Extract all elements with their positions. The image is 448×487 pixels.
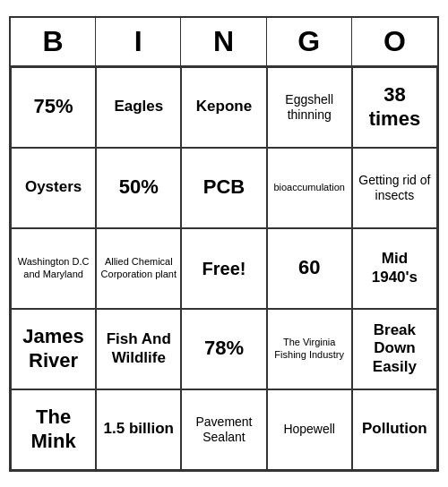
- bingo-cell: Washington D.C and Maryland: [11, 228, 96, 309]
- bingo-cell: 60: [267, 228, 352, 309]
- bingo-cell: The Mink: [11, 389, 96, 470]
- bingo-cell: bioaccumulation: [267, 148, 352, 228]
- bingo-cell: 1.5 billion: [96, 389, 181, 470]
- bingo-card: BINGO 75%EaglesKeponeEggshell thinning38…: [9, 16, 439, 472]
- header-letter: I: [96, 18, 181, 65]
- bingo-cell: Allied Chemical Corporation plant: [96, 228, 181, 309]
- header-letter: B: [11, 18, 96, 65]
- header-letter: O: [352, 18, 437, 65]
- bingo-header: BINGO: [11, 18, 437, 67]
- bingo-cell: Break Down Easily: [352, 309, 437, 389]
- bingo-cell: Free!: [181, 228, 266, 309]
- bingo-cell: Mid 1940's: [352, 228, 437, 309]
- bingo-cell: Getting rid of insects: [352, 148, 437, 228]
- bingo-cell: Kepone: [181, 67, 266, 148]
- bingo-cell: Pavement Sealant: [181, 389, 266, 470]
- bingo-cell: Pollution: [352, 389, 437, 470]
- bingo-cell: The Virginia Fishing Industry: [267, 309, 352, 389]
- bingo-cell: Eggshell thinning: [267, 67, 352, 148]
- bingo-cell: PCB: [181, 148, 266, 228]
- bingo-cell: James River: [11, 309, 96, 389]
- bingo-cell: 78%: [181, 309, 266, 389]
- header-letter: G: [267, 18, 352, 65]
- bingo-cell: 50%: [96, 148, 181, 228]
- header-letter: N: [181, 18, 266, 65]
- bingo-cell: Fish And Wildlife: [96, 309, 181, 389]
- bingo-cell: Oysters: [11, 148, 96, 228]
- bingo-cell: Eagles: [96, 67, 181, 148]
- bingo-cell: 38 times: [352, 67, 437, 148]
- bingo-grid: 75%EaglesKeponeEggshell thinning38 times…: [11, 67, 437, 470]
- bingo-cell: Hopewell: [267, 389, 352, 470]
- bingo-cell: 75%: [11, 67, 96, 148]
